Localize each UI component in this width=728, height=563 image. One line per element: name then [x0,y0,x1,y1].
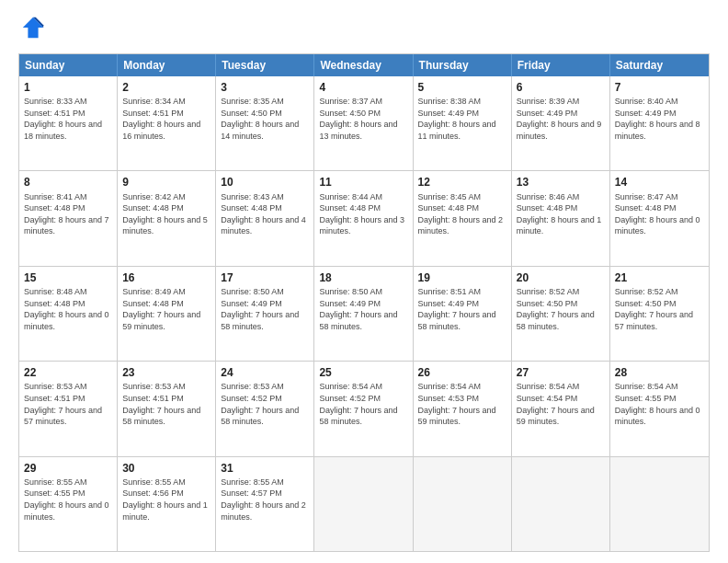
day-cell-10: 10Sunrise: 8:43 AMSunset: 4:48 PMDayligh… [216,171,314,265]
cell-info: Sunrise: 8:54 AM [517,381,605,393]
day-cell-28: 28Sunrise: 8:54 AMSunset: 4:55 PMDayligh… [610,362,709,455]
cell-info: Sunset: 4:50 PM [221,108,309,120]
cell-info: Daylight: 7 hours and 59 minutes. [517,405,605,428]
cell-info: Sunrise: 8:55 AM [221,477,309,488]
day-number: 6 [517,80,605,95]
cell-info: Daylight: 8 hours and 0 minutes. [24,500,112,523]
day-cell-1: 1Sunrise: 8:33 AMSunset: 4:51 PMDaylight… [19,76,118,170]
cell-info: Sunrise: 8:54 AM [615,381,704,393]
day-cell-29: 29Sunrise: 8:55 AMSunset: 4:55 PMDayligh… [19,457,118,551]
empty-cell [414,457,512,551]
calendar-body: 1Sunrise: 8:33 AMSunset: 4:51 PMDaylight… [19,76,709,551]
day-cell-4: 4Sunrise: 8:37 AMSunset: 4:50 PMDaylight… [314,76,413,170]
cell-info: Daylight: 7 hours and 57 minutes. [615,309,704,332]
cell-info: Sunrise: 8:55 AM [24,477,112,488]
calendar-row-4: 22Sunrise: 8:53 AMSunset: 4:51 PMDayligh… [19,361,709,455]
cell-info: Sunset: 4:49 PM [517,108,605,120]
day-number: 1 [24,80,112,95]
calendar-row-1: 1Sunrise: 8:33 AMSunset: 4:51 PMDaylight… [19,76,709,170]
cell-info: Sunrise: 8:47 AM [615,191,704,203]
cell-info: Daylight: 8 hours and 11 minutes. [418,119,506,142]
day-number: 28 [615,365,704,380]
cell-info: Daylight: 8 hours and 0 minutes. [24,309,112,332]
day-cell-20: 20Sunrise: 8:52 AMSunset: 4:50 PMDayligh… [512,267,610,361]
cell-info: Sunset: 4:51 PM [122,108,210,120]
cell-info: Sunrise: 8:34 AM [122,96,210,108]
cell-info: Sunset: 4:51 PM [24,393,112,405]
cell-info: Daylight: 8 hours and 3 minutes. [319,214,407,237]
header-cell-thursday: Thursday [414,54,512,76]
day-number: 4 [319,80,407,95]
day-cell-17: 17Sunrise: 8:50 AMSunset: 4:49 PMDayligh… [216,267,314,361]
cell-info: Daylight: 8 hours and 1 minute. [517,214,605,237]
day-number: 20 [517,270,605,285]
cell-info: Daylight: 7 hours and 58 minutes. [221,309,309,332]
day-number: 30 [122,461,210,476]
day-number: 19 [418,270,506,285]
cell-info: Daylight: 8 hours and 9 minutes. [517,119,605,142]
cell-info: Sunrise: 8:40 AM [615,96,704,108]
cell-info: Sunset: 4:48 PM [122,202,210,214]
day-number: 12 [418,175,506,190]
day-cell-8: 8Sunrise: 8:41 AMSunset: 4:48 PMDaylight… [19,171,118,265]
empty-cell [314,457,413,551]
cell-info: Sunrise: 8:39 AM [517,96,605,108]
day-number: 31 [221,461,309,476]
day-cell-9: 9Sunrise: 8:42 AMSunset: 4:48 PMDaylight… [118,171,216,265]
header-cell-tuesday: Tuesday [216,54,314,76]
day-cell-31: 31Sunrise: 8:55 AMSunset: 4:57 PMDayligh… [216,457,314,551]
day-number: 17 [221,270,309,285]
cell-info: Daylight: 8 hours and 1 minute. [122,500,210,523]
cell-info: Sunset: 4:48 PM [319,202,407,214]
day-number: 9 [122,175,210,190]
day-number: 25 [319,365,407,380]
header-cell-sunday: Sunday [19,54,118,76]
cell-info: Daylight: 7 hours and 58 minutes. [319,405,407,428]
cell-info: Daylight: 7 hours and 59 minutes. [122,309,210,332]
cell-info: Sunrise: 8:52 AM [615,286,704,298]
day-number: 14 [615,175,704,190]
day-cell-24: 24Sunrise: 8:53 AMSunset: 4:52 PMDayligh… [216,362,314,455]
cell-info: Sunset: 4:52 PM [319,393,407,405]
cell-info: Sunset: 4:48 PM [418,202,506,214]
day-number: 18 [319,270,407,285]
cell-info: Sunset: 4:55 PM [615,393,704,405]
cell-info: Sunset: 4:49 PM [418,108,506,120]
cell-info: Sunset: 4:50 PM [319,108,407,120]
cell-info: Daylight: 7 hours and 58 minutes. [418,309,506,332]
header-cell-wednesday: Wednesday [314,54,413,76]
cell-info: Sunset: 4:56 PM [122,488,210,500]
cell-info: Sunset: 4:49 PM [418,298,506,310]
day-number: 23 [122,365,210,380]
header [18,15,710,44]
day-cell-13: 13Sunrise: 8:46 AMSunset: 4:48 PMDayligh… [512,171,610,265]
cell-info: Sunrise: 8:55 AM [122,477,210,488]
cell-info: Sunrise: 8:45 AM [418,191,506,203]
day-cell-11: 11Sunrise: 8:44 AMSunset: 4:48 PMDayligh… [314,171,413,265]
day-cell-19: 19Sunrise: 8:51 AMSunset: 4:49 PMDayligh… [414,267,512,361]
cell-info: Daylight: 7 hours and 59 minutes. [418,405,506,428]
cell-info: Sunset: 4:55 PM [24,488,112,500]
cell-info: Sunrise: 8:53 AM [221,381,309,393]
cell-info: Daylight: 8 hours and 18 minutes. [24,119,112,142]
header-cell-saturday: Saturday [610,54,709,76]
page: SundayMondayTuesdayWednesdayThursdayFrid… [0,0,728,563]
cell-info: Sunset: 4:50 PM [615,298,704,310]
day-number: 5 [418,80,506,95]
cell-info: Daylight: 8 hours and 8 minutes. [615,119,704,142]
day-cell-2: 2Sunrise: 8:34 AMSunset: 4:51 PMDaylight… [118,76,216,170]
calendar-header: SundayMondayTuesdayWednesdayThursdayFrid… [19,54,709,76]
cell-info: Sunset: 4:51 PM [24,108,112,120]
day-cell-27: 27Sunrise: 8:54 AMSunset: 4:54 PMDayligh… [512,362,610,455]
day-number: 11 [319,175,407,190]
day-cell-12: 12Sunrise: 8:45 AMSunset: 4:48 PMDayligh… [414,171,512,265]
day-number: 22 [24,365,112,380]
day-cell-22: 22Sunrise: 8:53 AMSunset: 4:51 PMDayligh… [19,362,118,455]
cell-info: Daylight: 8 hours and 16 minutes. [122,119,210,142]
cell-info: Daylight: 8 hours and 14 minutes. [221,119,309,142]
cell-info: Sunset: 4:50 PM [517,298,605,310]
day-number: 15 [24,270,112,285]
cell-info: Sunrise: 8:35 AM [221,96,309,108]
cell-info: Sunset: 4:52 PM [221,393,309,405]
cell-info: Sunset: 4:48 PM [122,298,210,310]
